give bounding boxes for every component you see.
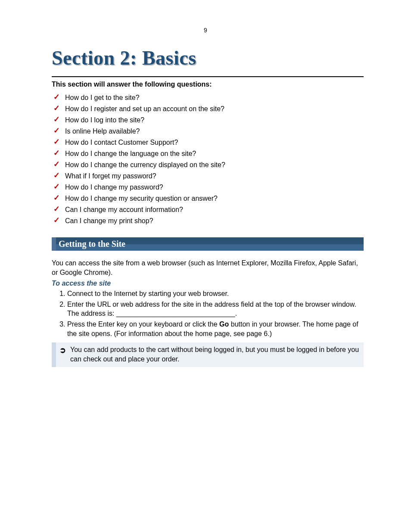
step-item: Connect to the Internet by starting your… — [67, 289, 364, 299]
question-text: How do I get to the site? — [65, 93, 140, 103]
step-bold: Go — [219, 320, 229, 328]
question-text: Can I change my print shop? — [65, 216, 153, 226]
question-text: Can I change my account information? — [65, 205, 183, 215]
question-text: How do I contact Customer Support? — [65, 137, 178, 148]
list-item: ✓How do I contact Customer Support? — [53, 137, 364, 148]
check-icon: ✓ — [53, 205, 60, 214]
list-item: ✓How do I change the currency displayed … — [53, 160, 364, 170]
question-list: ✓How do I get to the site? ✓How do I reg… — [52, 93, 364, 226]
question-text: How do I change the currency displayed o… — [65, 160, 225, 170]
step-item: Press the Enter key on your keyboard or … — [67, 320, 364, 338]
step-item: Enter the URL or web address for the sit… — [67, 300, 364, 318]
subsection-header: Getting to the Site — [52, 237, 364, 251]
check-icon: ✓ — [53, 137, 60, 147]
check-icon: ✓ — [53, 115, 60, 124]
list-item: ✓How do I get to the site? — [53, 93, 364, 103]
steps-list: Connect to the Internet by starting your… — [52, 289, 364, 338]
check-icon: ✓ — [53, 171, 60, 180]
list-item: ✓Is online Help available? — [53, 126, 364, 137]
arrow-icon: ➲ — [59, 345, 66, 364]
question-text: How do I change my password? — [65, 182, 163, 193]
access-subheading: To access the site — [52, 280, 364, 287]
list-item: ✓How do I register and set up an account… — [53, 104, 364, 114]
list-item: ✓How do I change my password? — [53, 182, 364, 193]
check-icon: ✓ — [53, 149, 60, 158]
list-item: ✓What if I forget my password? — [53, 171, 364, 181]
note-text: You can add products to the cart without… — [70, 345, 359, 364]
question-text: What if I forget my password? — [65, 171, 156, 181]
list-item: ✓Can I change my account information? — [53, 205, 364, 215]
list-item: ✓How do I log into the site? — [53, 115, 364, 125]
access-paragraph: You can access the site from a web brows… — [52, 258, 364, 277]
page: 9 Section 2: Basics This section will an… — [0, 0, 411, 532]
list-item: ✓How do I change the language on the sit… — [53, 149, 364, 159]
check-icon: ✓ — [53, 126, 60, 136]
check-icon: ✓ — [53, 93, 60, 102]
check-icon: ✓ — [53, 182, 60, 192]
question-text: How do I log into the site? — [65, 115, 144, 125]
title-rule — [52, 76, 364, 77]
check-icon: ✓ — [53, 160, 60, 169]
note-box: ➲ You can add products to the cart witho… — [52, 342, 364, 367]
question-text: How do I register and set up an account … — [65, 104, 224, 114]
section-title: Section 2: Basics — [52, 47, 364, 69]
page-number: 9 — [0, 27, 411, 34]
check-icon: ✓ — [53, 104, 60, 113]
list-item: ✓Can I change my print shop? — [53, 216, 364, 226]
check-icon: ✓ — [53, 193, 60, 203]
check-icon: ✓ — [53, 216, 60, 225]
intro-line: This section will answer the following q… — [52, 81, 364, 88]
list-item: ✓How do I change my security question or… — [53, 193, 364, 204]
step-text: Press the Enter key on your keyboard or … — [67, 320, 219, 328]
question-text: Is online Help available? — [65, 126, 140, 137]
question-text: How do I change the language on the site… — [65, 149, 196, 159]
question-text: How do I change my security question or … — [65, 193, 218, 204]
